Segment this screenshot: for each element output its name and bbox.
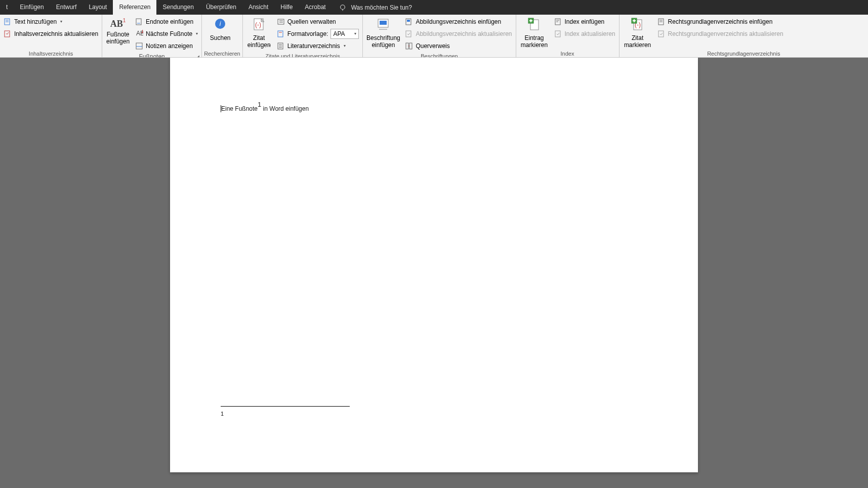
insert-citation-button[interactable]: (-) Zitat einfügen ▾ — [245, 16, 273, 51]
search-label: Suchen — [210, 34, 231, 41]
group-index: Eintrag markieren Index einfügen Index a… — [516, 15, 619, 57]
tab-entwurf[interactable]: Entwurf — [50, 0, 83, 15]
svg-rect-5 — [5, 31, 10, 37]
svg-rect-32 — [409, 43, 412, 49]
group-toa: (-) Zitat markieren Rechtsgrundlagenverz… — [619, 15, 868, 57]
page[interactable]: Eine Fußnote1 in Word einfügen 1 — [170, 58, 698, 472]
svg-rect-29 — [407, 20, 410, 22]
show-notes-icon — [135, 42, 143, 50]
group-inhaltsverzeichnis: Text hinzufügen ▾ Inhaltsverzeichnis akt… — [0, 15, 102, 57]
mark-citation-icon: (-) — [630, 17, 646, 33]
svg-rect-26 — [380, 21, 387, 25]
tab-hilfe[interactable]: Hilfe — [274, 0, 299, 15]
insert-figtable-label: Abbildungsverzeichnis einfügen — [416, 17, 501, 27]
citation-icon: (-) — [251, 17, 267, 33]
manage-sources-label: Quellen verwalten — [287, 17, 336, 27]
update-index-icon — [554, 30, 562, 38]
tell-me-search[interactable]: Was möchten Sie tun? — [332, 4, 419, 11]
bibliography-icon — [277, 42, 285, 50]
svg-rect-6 — [136, 19, 141, 25]
mark-citation-label: Zitat markieren — [624, 34, 651, 49]
update-figtable-label: Abbildungsverzeichnis aktualisieren — [416, 29, 512, 39]
add-text-label: Text hinzufügen — [14, 17, 57, 27]
svg-text:(-): (-) — [255, 21, 261, 28]
style-value: APA — [333, 29, 345, 39]
svg-point-0 — [340, 5, 345, 9]
update-toc-icon — [4, 30, 12, 38]
style-combo[interactable]: APA ▾ — [330, 29, 359, 39]
svg-rect-10 — [136, 43, 142, 49]
dialog-launcher-icon[interactable]: ◢ — [196, 54, 199, 58]
search-button[interactable]: i Suchen — [204, 16, 236, 42]
footnote-number[interactable]: 1 — [221, 411, 224, 417]
text-before: Eine Fußnote — [221, 105, 258, 112]
next-footnote-button[interactable]: AB1 Nächste Fußnote ▾ — [134, 28, 199, 40]
tab-layout[interactable]: Layout — [82, 0, 113, 15]
group-label-toc: Inhaltsverzeichnis — [2, 50, 100, 57]
document-text[interactable]: Eine Fußnote1 in Word einfügen — [221, 101, 647, 114]
tab-ansicht[interactable]: Ansicht — [242, 0, 274, 15]
chevron-down-icon: ▾ — [60, 17, 62, 27]
add-text-button[interactable]: Text hinzufügen ▾ — [2, 16, 100, 28]
insert-figtable-button[interactable]: Abbildungsverzeichnis einfügen — [403, 16, 513, 28]
mark-entry-button[interactable]: Eintrag markieren — [518, 16, 551, 50]
update-index-button[interactable]: Index aktualisieren — [553, 28, 617, 40]
group-label-toa: Rechtsgrundlagenverzeichnis — [622, 50, 866, 57]
mark-entry-icon — [526, 17, 543, 33]
tab-einfuegen[interactable]: Einfügen — [14, 0, 50, 15]
chevron-down-icon: ▾ — [354, 29, 356, 39]
svg-rect-30 — [406, 31, 411, 37]
next-footnote-label: Nächste Fußnote — [146, 29, 192, 39]
ribbon: Text hinzufügen ▾ Inhaltsverzeichnis akt… — [0, 15, 868, 58]
update-figtable-button[interactable]: Abbildungsverzeichnis aktualisieren — [403, 28, 513, 40]
style-dropdown[interactable]: Formatvorlage: APA ▾ — [275, 28, 361, 40]
insert-footnote-button[interactable]: AB 1 Fußnote einfügen — [104, 16, 132, 46]
insert-endnote-label: Endnote einfügen — [146, 17, 193, 27]
insert-index-label: Index einfügen — [565, 17, 605, 27]
tab-referenzen[interactable]: Referenzen — [113, 0, 156, 15]
update-toa-button[interactable]: Rechtsgrundlagenverzeichnis aktualisiere… — [656, 28, 785, 40]
tab-sendungen[interactable]: Sendungen — [156, 0, 199, 15]
mark-citation-button[interactable]: (-) Zitat markieren — [622, 16, 654, 50]
svg-text:i: i — [220, 20, 221, 27]
manage-sources-icon — [277, 18, 285, 26]
tab-partial[interactable]: t — [0, 0, 14, 15]
mark-entry-label: Eintrag markieren — [521, 34, 548, 49]
text-after: in Word einfügen — [261, 105, 309, 112]
style-label: Formatvorlage: — [287, 29, 328, 39]
svg-text:1: 1 — [141, 30, 143, 34]
group-label-citations: Zitate und Literaturverzeichnis — [245, 52, 361, 58]
group-label-index: Index — [518, 50, 617, 57]
insert-index-icon — [554, 18, 562, 26]
update-toc-button[interactable]: Inhaltsverzeichnis aktualisieren — [2, 28, 100, 40]
show-notes-label: Notizen anzeigen — [146, 41, 193, 51]
group-fussnoten: AB 1 Fußnote einfügen Endnote einfügen A… — [102, 15, 202, 57]
group-beschriftungen: Beschriftung einfügen Abbildungsverzeich… — [363, 15, 516, 57]
ab-sup: 1 — [123, 17, 126, 24]
insert-endnote-button[interactable]: Endnote einfügen — [134, 16, 199, 28]
show-notes-button[interactable]: Notizen anzeigen — [134, 40, 199, 52]
bulb-icon — [339, 4, 346, 11]
tab-ueberpruefen[interactable]: Überprüfen — [200, 0, 242, 15]
insert-caption-button[interactable]: Beschriftung einfügen — [365, 16, 401, 50]
tab-acrobat[interactable]: Acrobat — [299, 0, 332, 15]
update-toc-label: Inhaltsverzeichnis aktualisieren — [14, 29, 98, 39]
manage-sources-button[interactable]: Quellen verwalten — [275, 16, 361, 28]
insert-index-button[interactable]: Index einfügen — [553, 16, 617, 28]
next-footnote-icon: AB1 — [135, 30, 143, 38]
svg-rect-50 — [658, 31, 664, 37]
chevron-down-icon: ▾ — [196, 29, 198, 39]
insert-toa-label: Rechtsgrundlagenverzeichnis einfügen — [668, 17, 773, 27]
svg-rect-31 — [406, 43, 408, 49]
group-recherchieren: i Suchen Recherchieren — [202, 15, 243, 57]
bibliography-button[interactable]: Literaturverzeichnis ▾ — [275, 40, 361, 52]
update-toa-label: Rechtsgrundlagenverzeichnis aktualisiere… — [668, 29, 783, 39]
caption-icon — [375, 17, 391, 33]
footnote-separator — [221, 406, 350, 407]
add-text-icon — [4, 18, 12, 26]
tell-me-label: Was möchten Sie tun? — [351, 4, 412, 11]
insert-citation-label: Zitat einfügen — [247, 34, 271, 49]
insert-toa-button[interactable]: Rechtsgrundlagenverzeichnis einfügen — [656, 16, 785, 28]
crossref-button[interactable]: Querverweis — [403, 40, 513, 52]
insert-toa-icon — [657, 18, 666, 26]
